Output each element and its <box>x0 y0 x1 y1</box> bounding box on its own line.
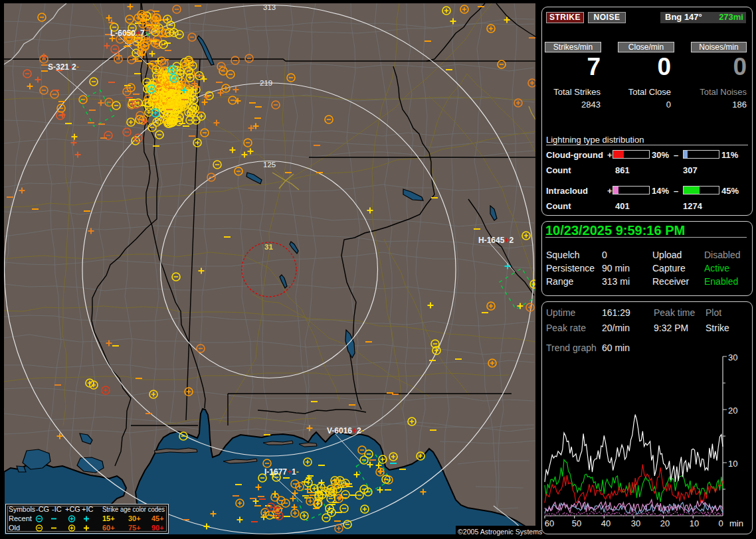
svg-text:30+: 30+ <box>128 514 141 522</box>
svg-text:L-6050+7↘: L-6050+7↘ <box>110 29 150 38</box>
svg-text:Old: Old <box>9 524 20 532</box>
svg-text:125: 125 <box>263 161 276 169</box>
svg-text:+IC: +IC <box>82 505 93 513</box>
svg-text:40: 40 <box>601 518 611 528</box>
svg-text:60: 60 <box>545 518 554 528</box>
svg-text:15+: 15+ <box>102 514 115 522</box>
svg-text:H-1645+2: H-1645+2 <box>478 236 514 245</box>
svg-text:31: 31 <box>264 243 273 251</box>
svg-text:313: 313 <box>263 3 276 11</box>
svg-text:90+: 90+ <box>151 524 164 532</box>
svg-text:-IC: -IC <box>52 505 62 513</box>
svg-text:-CG: -CG <box>36 505 49 513</box>
svg-text:75+: 75+ <box>128 524 141 532</box>
svg-text:30: 30 <box>728 354 737 362</box>
svg-text:20: 20 <box>728 406 737 416</box>
svg-text:60+: 60+ <box>102 524 115 532</box>
svg-text:+CG: +CG <box>65 505 80 513</box>
svg-text:50: 50 <box>572 518 581 528</box>
svg-text:I-1677+1-: I-1677+1- <box>264 467 299 477</box>
svg-text:10: 10 <box>728 459 737 469</box>
svg-text:V-6016+2-: V-6016+2- <box>327 426 364 435</box>
svg-text:0: 0 <box>718 518 723 528</box>
svg-text:S-321-2-: S-321-2- <box>48 62 79 72</box>
svg-text:Strike age color codes: Strike age color codes <box>102 505 165 513</box>
svg-text:Symbols: Symbols <box>9 505 35 513</box>
svg-text:Recent: Recent <box>9 514 32 522</box>
svg-text:10: 10 <box>690 518 699 528</box>
svg-text:45+: 45+ <box>151 514 164 522</box>
svg-text:219: 219 <box>260 79 272 87</box>
svg-text:20: 20 <box>660 518 670 528</box>
svg-text:min: min <box>729 518 743 528</box>
svg-text:30: 30 <box>631 518 640 528</box>
